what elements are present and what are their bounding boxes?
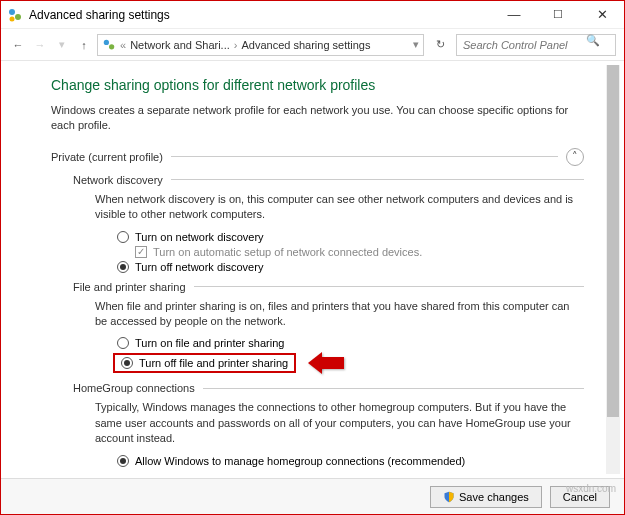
callout-arrow-icon — [308, 352, 344, 374]
page-intro: Windows creates a separate network profi… — [51, 103, 584, 134]
back-icon[interactable]: ← — [9, 36, 27, 54]
maximize-button[interactable]: ☐ — [536, 1, 580, 29]
breadcrumb-prefix: « — [120, 39, 126, 51]
radio-icon — [117, 231, 129, 243]
subsection-homegroup: HomeGroup connections — [73, 382, 584, 394]
subsection-file-printer-sharing: File and printer sharing — [73, 281, 584, 293]
radio-hg-allow[interactable]: Allow Windows to manage homegroup connec… — [73, 455, 584, 467]
refresh-icon[interactable]: ↻ — [428, 38, 452, 51]
svg-point-2 — [10, 16, 15, 21]
scrollbar-thumb[interactable] — [607, 65, 619, 417]
watermark: wsxdn.com — [566, 483, 616, 494]
save-changes-button[interactable]: Save changes — [430, 486, 542, 508]
fps-desc: When file and printer sharing is on, fil… — [73, 299, 584, 330]
svg-point-4 — [109, 44, 114, 49]
section-private[interactable]: Private (current profile) ˄ — [51, 148, 584, 166]
close-button[interactable]: ✕ — [580, 1, 624, 29]
network-settings-icon — [7, 7, 23, 23]
titlebar: Advanced sharing settings — ☐ ✕ — [1, 1, 624, 29]
forward-icon: → — [31, 36, 49, 54]
up-icon[interactable]: ↑ — [75, 36, 93, 54]
chevron-right-icon: › — [234, 39, 238, 51]
network-discovery-desc: When network discovery is on, this compu… — [73, 192, 584, 223]
minimize-button[interactable]: — — [492, 1, 536, 29]
search-icon: 🔍 — [586, 34, 600, 47]
highlighted-option[interactable]: Turn off file and printer sharing — [113, 353, 296, 373]
radio-netdisc-off[interactable]: Turn off network discovery — [73, 261, 584, 273]
window-title: Advanced sharing settings — [29, 8, 492, 22]
checkbox-icon — [135, 246, 147, 258]
breadcrumb[interactable]: « Network and Shari... › Advanced sharin… — [97, 34, 424, 56]
vertical-scrollbar[interactable] — [606, 65, 620, 474]
network-icon — [102, 38, 116, 52]
radio-fps-on[interactable]: Turn on file and printer sharing — [73, 337, 584, 349]
breadcrumb-dropdown-icon[interactable]: ▾ — [413, 38, 419, 51]
recent-dropdown-icon[interactable]: ▾ — [53, 36, 71, 54]
breadcrumb-item-advanced[interactable]: Advanced sharing settings — [241, 39, 370, 51]
svg-point-3 — [104, 39, 109, 44]
svg-point-1 — [15, 14, 21, 20]
radio-netdisc-on[interactable]: Turn on network discovery — [73, 231, 584, 243]
subsection-network-discovery: Network discovery — [73, 174, 584, 186]
svg-point-0 — [9, 9, 15, 15]
radio-fps-off-row[interactable]: Turn off file and printer sharing — [73, 352, 584, 374]
footer-bar: Save changes Cancel — [1, 478, 624, 514]
radio-icon — [117, 261, 129, 273]
radio-icon — [121, 357, 133, 369]
radio-icon — [117, 337, 129, 349]
shield-icon — [443, 491, 455, 503]
nav-bar: ← → ▾ ↑ « Network and Shari... › Advance… — [1, 29, 624, 61]
content-area: Change sharing options for different net… — [1, 61, 624, 478]
homegroup-desc: Typically, Windows manages the connectio… — [73, 400, 584, 446]
section-private-label: Private (current profile) — [51, 151, 163, 163]
page-heading: Change sharing options for different net… — [51, 77, 584, 93]
breadcrumb-item-network[interactable]: Network and Shari... — [130, 39, 230, 51]
radio-icon — [117, 455, 129, 467]
collapse-icon[interactable]: ˄ — [566, 148, 584, 166]
checkbox-auto-setup: Turn on automatic setup of network conne… — [73, 246, 584, 258]
